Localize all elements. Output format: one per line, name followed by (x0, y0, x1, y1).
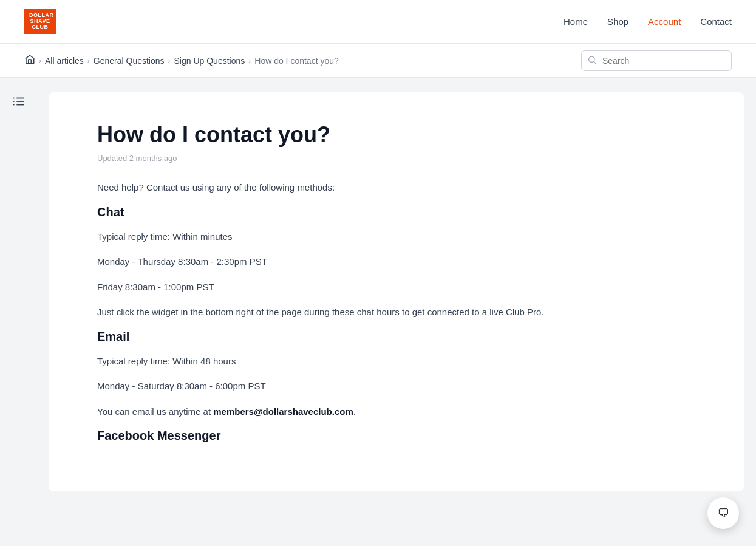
breadcrumb-bar: › All articles › General Questions › Sig… (0, 44, 756, 78)
breadcrumb: › All articles › General Questions › Sig… (24, 54, 339, 67)
breadcrumb-sep-1: › (39, 56, 41, 65)
breadcrumb-all-articles[interactable]: All articles (45, 56, 84, 66)
email-note: You can email us anytime at members@doll… (97, 404, 695, 420)
breadcrumb-sep-2: › (87, 56, 90, 65)
list-icon (12, 95, 26, 108)
svg-point-0 (589, 56, 594, 62)
home-icon (24, 54, 35, 65)
chat-heading: Chat (97, 205, 695, 219)
email-link[interactable]: members@dollarshaveclub.com (213, 406, 353, 417)
breadcrumb-sep-3: › (168, 56, 171, 65)
article-body: Need help? Contact us using any of the f… (97, 180, 695, 443)
search-input[interactable] (581, 50, 732, 71)
chat-hours-2: Friday 8:30am - 1:00pm PST (97, 279, 695, 295)
logo: DOLLAR SHAVE CLUB (24, 9, 56, 35)
article-container: How do I contact you? Updated 2 months a… (49, 92, 744, 491)
sidebar (12, 92, 49, 491)
main-nav: Home Shop Account Contact (564, 16, 732, 27)
main-layout: How do I contact you? Updated 2 months a… (0, 78, 756, 506)
search-box (581, 50, 732, 71)
email-hours: Monday - Saturday 8:30am - 6:00pm PST (97, 378, 695, 394)
breadcrumb-current: How do I contact you? (254, 56, 339, 66)
toc-toggle[interactable] (12, 95, 49, 110)
chat-hours-1: Monday - Thursday 8:30am - 2:30pm PST (97, 254, 695, 270)
nav-contact[interactable]: Contact (700, 16, 732, 27)
svg-line-1 (594, 61, 596, 64)
nav-account[interactable]: Account (648, 16, 681, 27)
email-heading: Email (97, 330, 695, 344)
logo-box: DOLLAR SHAVE CLUB (24, 9, 56, 35)
breadcrumb-home[interactable] (24, 54, 35, 67)
facebook-heading: Facebook Messenger (97, 429, 695, 443)
breadcrumb-general-questions[interactable]: General Questions (94, 56, 165, 66)
nav-shop[interactable]: Shop (607, 16, 628, 27)
article-title: How do I contact you? (97, 121, 695, 148)
breadcrumb-sep-4: › (248, 56, 251, 65)
breadcrumb-sign-up-questions[interactable]: Sign Up Questions (174, 56, 245, 66)
email-reply-time: Typical reply time: Within 48 hours (97, 353, 695, 369)
nav-home[interactable]: Home (564, 16, 588, 27)
chat-note: Just click the widget in the bottom righ… (97, 304, 695, 320)
chat-reply-time: Typical reply time: Within minutes (97, 229, 695, 245)
article-intro: Need help? Contact us using any of the f… (97, 180, 695, 196)
search-icon (587, 55, 597, 66)
article-updated: Updated 2 months ago (97, 154, 695, 163)
header: DOLLAR SHAVE CLUB Home Shop Account Cont… (0, 0, 756, 44)
